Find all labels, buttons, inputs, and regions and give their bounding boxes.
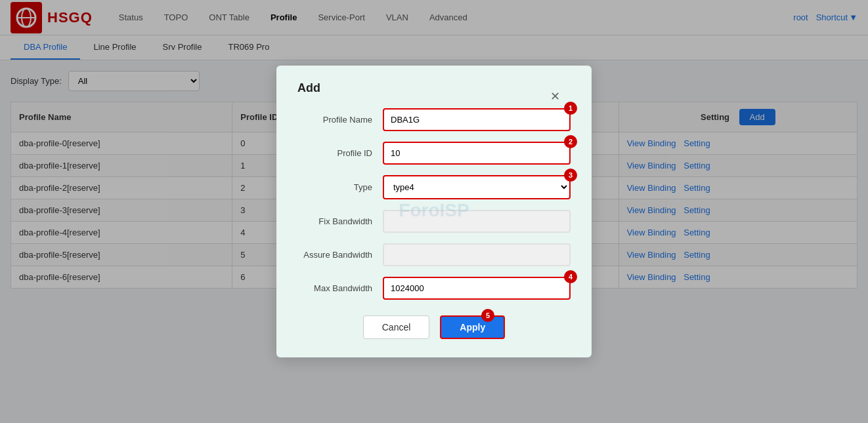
profile-name-wrapper: 1 Profile Name	[297, 108, 571, 131]
modal-title: Add	[297, 81, 571, 95]
fix-bandwidth-row: Fix Bandwidth	[297, 210, 571, 233]
max-bandwidth-wrapper: 4 Max Bandwidth	[297, 277, 571, 299]
max-bandwidth-input[interactable]	[383, 277, 571, 299]
max-bandwidth-label: Max Bandwidth	[297, 283, 383, 293]
profile-name-label: Profile Name	[297, 115, 383, 125]
profile-id-wrapper: 2 Profile ID	[297, 142, 571, 165]
assure-bandwidth-input[interactable]	[383, 243, 571, 266]
profile-id-input[interactable]	[383, 142, 571, 165]
fix-bandwidth-input[interactable]	[383, 210, 571, 233]
type-label: Type	[297, 182, 383, 192]
profile-id-label: Profile ID	[297, 148, 383, 158]
type-select[interactable]: type1 type2 type3 type4	[383, 175, 571, 199]
add-modal: ForoISP Add ✕ 1 Profile Name 2 Profile I…	[276, 66, 592, 299]
modal-overlay: ForoISP Add ✕ 1 Profile Name 2 Profile I…	[0, 0, 868, 299]
profile-name-input[interactable]	[383, 108, 571, 131]
badge-3: 3	[564, 169, 577, 182]
badge-2: 2	[564, 135, 577, 148]
badge-4: 4	[564, 270, 577, 283]
type-wrapper: 3 Type type1 type2 type3 type4	[297, 175, 571, 199]
modal-close-button[interactable]: ✕	[550, 91, 560, 102]
fix-bandwidth-label: Fix Bandwidth	[297, 216, 383, 226]
assure-bandwidth-label: Assure Bandwidth	[297, 250, 383, 260]
badge-1: 1	[564, 102, 577, 115]
assure-bandwidth-row: Assure Bandwidth	[297, 243, 571, 266]
